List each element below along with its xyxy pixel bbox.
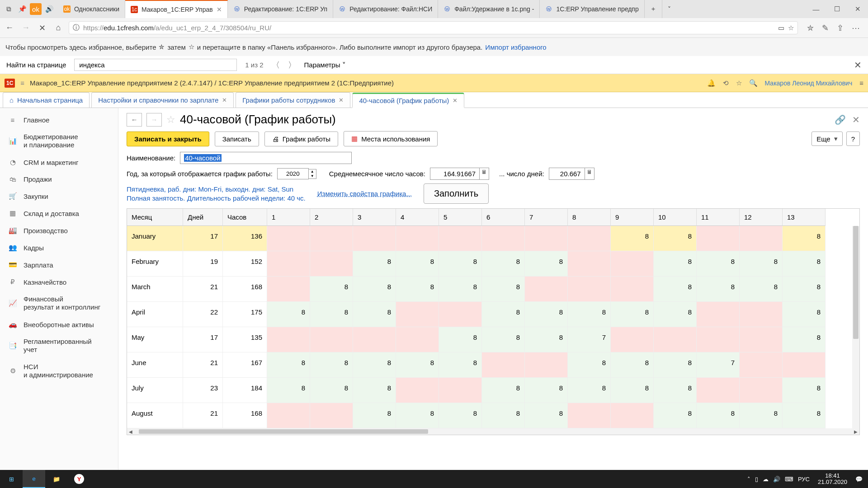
user-name[interactable]: Макаров Леонид Михайлович xyxy=(765,80,853,87)
grid-header[interactable]: 12 xyxy=(740,209,783,226)
grid-cell[interactable] xyxy=(353,327,396,352)
grid-header[interactable]: Часов xyxy=(223,209,267,226)
grid-cell[interactable]: 8 xyxy=(439,327,482,352)
grid-cell[interactable]: July xyxy=(127,378,183,403)
grid-cell[interactable]: 8 xyxy=(783,327,826,352)
grid-cell[interactable]: 7 xyxy=(568,327,611,352)
grid-header[interactable]: 6 xyxy=(482,209,525,226)
sys-overlay-icon[interactable]: ⧉ xyxy=(3,3,14,15)
grid-cell[interactable]: 8 xyxy=(439,403,482,428)
find-prev[interactable]: 〈 xyxy=(272,60,280,70)
menu-icon[interactable]: ≡ xyxy=(20,79,24,87)
share-icon[interactable]: ⇪ xyxy=(837,23,844,33)
grid-cell[interactable]: 8 xyxy=(654,277,697,302)
bookmark-star-icon[interactable]: ☆ xyxy=(788,24,794,32)
grid-cell[interactable]: 184 xyxy=(223,378,267,403)
name-input[interactable]: 40-часовой xyxy=(180,152,352,164)
grid-cell[interactable]: 8 xyxy=(654,403,697,428)
favorites-icon[interactable]: ✮ xyxy=(807,23,814,33)
sidebar-item[interactable]: 🚗Внеоборотные активы xyxy=(0,316,118,333)
link-icon[interactable]: 🔗 xyxy=(835,114,846,125)
sidebar-item[interactable]: ⚙НСИи администрирование xyxy=(0,358,118,384)
grid-cell[interactable]: 8 xyxy=(353,251,396,277)
grid-cell[interactable]: 8 xyxy=(568,378,611,403)
grid-cell[interactable] xyxy=(396,226,439,251)
grid-cell[interactable]: August xyxy=(127,403,183,428)
home-button[interactable]: ⌂ xyxy=(52,23,64,33)
grid-cell[interactable] xyxy=(310,226,353,251)
grid-cell[interactable] xyxy=(482,226,525,251)
grid-cell[interactable]: 152 xyxy=(223,251,267,277)
grid-cell[interactable]: April xyxy=(127,302,183,327)
grid-cell[interactable]: June xyxy=(127,352,183,378)
grid-cell[interactable] xyxy=(611,327,654,352)
win-close-icon[interactable]: ✕ xyxy=(847,0,868,18)
grid-cell[interactable]: 8 xyxy=(267,302,310,327)
sidebar-item[interactable]: 🏭Производство xyxy=(0,222,118,239)
cloud-icon[interactable]: ☁ xyxy=(763,476,769,483)
grid-cell[interactable] xyxy=(396,378,439,403)
explorer-icon[interactable]: 📁 xyxy=(45,470,68,488)
grid-cell[interactable] xyxy=(267,277,310,302)
grid-cell[interactable]: 8 xyxy=(611,226,654,251)
grid-cell[interactable]: 8 xyxy=(697,251,740,277)
sidebar-item[interactable]: 📊Бюджетированиеи планирование xyxy=(0,128,118,154)
sys-pin-icon[interactable]: 📌 xyxy=(16,3,28,15)
nav-back[interactable]: ← xyxy=(127,113,142,127)
grid-cell[interactable] xyxy=(697,302,740,327)
sidebar-item[interactable]: 👥Кадры xyxy=(0,239,118,256)
grid-cell[interactable] xyxy=(310,251,353,277)
grid-cell[interactable]: 8 xyxy=(740,277,783,302)
grid-cell[interactable]: 8 xyxy=(611,352,654,378)
grid-cell[interactable] xyxy=(568,277,611,302)
win-max-icon[interactable]: ☐ xyxy=(826,0,847,18)
grid-cell[interactable]: 8 xyxy=(396,403,439,428)
sidebar-item[interactable]: ◔CRM и маркетинг xyxy=(0,154,118,171)
grid-cell[interactable] xyxy=(525,352,568,378)
grid-cell[interactable]: 8 xyxy=(267,378,310,403)
calc-icon[interactable]: 🖩 xyxy=(480,168,489,180)
grid-cell[interactable]: 8 xyxy=(654,302,697,327)
grid-cell[interactable] xyxy=(568,251,611,277)
grid-cell[interactable]: 7 xyxy=(697,352,740,378)
history-icon[interactable]: ⟲ xyxy=(723,79,729,87)
grid-cell[interactable] xyxy=(439,378,482,403)
grid-cell[interactable]: 8 xyxy=(310,352,353,378)
year-input[interactable] xyxy=(277,168,309,179)
grid-cell[interactable]: 8 xyxy=(740,251,783,277)
grid-cell[interactable]: 8 xyxy=(439,251,482,277)
browser-tab[interactable]: 1cМакаров_1С:ERP Управ✕ xyxy=(125,0,228,18)
start-button[interactable]: ⊞ xyxy=(0,470,23,488)
browser-tab[interactable]: Ⓦ1С:ERP Управление предпр xyxy=(540,0,644,18)
grid-cell[interactable]: 8 xyxy=(353,302,396,327)
tray-up-icon[interactable]: ˄ xyxy=(747,476,750,483)
find-input[interactable] xyxy=(74,59,237,71)
grid-cell[interactable]: 8 xyxy=(525,378,568,403)
page-close-icon[interactable]: ✕ xyxy=(852,114,860,125)
grid-cell[interactable]: 8 xyxy=(783,277,826,302)
grid-cell[interactable]: 8 xyxy=(482,403,525,428)
grid-cell[interactable]: 17 xyxy=(183,226,223,251)
grid-cell[interactable] xyxy=(310,403,353,428)
close-icon[interactable]: ✕ xyxy=(453,97,458,104)
annotate-icon[interactable]: ✎ xyxy=(822,23,829,33)
avg-hours-value[interactable]: 164.91667 xyxy=(430,168,480,180)
import-favorites-link[interactable]: Импорт избранного xyxy=(485,43,546,51)
more-button[interactable]: Еще xyxy=(811,131,843,146)
vertical-scrollbar[interactable] xyxy=(852,226,859,428)
grid-cell[interactable]: 8 xyxy=(697,277,740,302)
find-next[interactable]: 〉 xyxy=(288,60,296,70)
grid-cell[interactable]: 8 xyxy=(654,251,697,277)
grid-cell[interactable]: 8 xyxy=(525,327,568,352)
grid-cell[interactable] xyxy=(740,327,783,352)
keyboard-icon[interactable]: ⌨ xyxy=(785,476,793,483)
grid-cell[interactable]: 8 xyxy=(568,352,611,378)
grid-header[interactable]: 10 xyxy=(654,209,697,226)
page-star-icon[interactable]: ☆ xyxy=(166,114,175,126)
grid-cell[interactable] xyxy=(697,226,740,251)
volume-icon[interactable]: 🔊 xyxy=(773,476,780,483)
grid-cell[interactable]: 8 xyxy=(783,378,826,403)
win-min-icon[interactable]: — xyxy=(806,0,826,18)
horizontal-scrollbar[interactable]: ◀ ▶ xyxy=(127,428,859,435)
clock[interactable]: 18:4121.07.2020 xyxy=(814,473,851,486)
